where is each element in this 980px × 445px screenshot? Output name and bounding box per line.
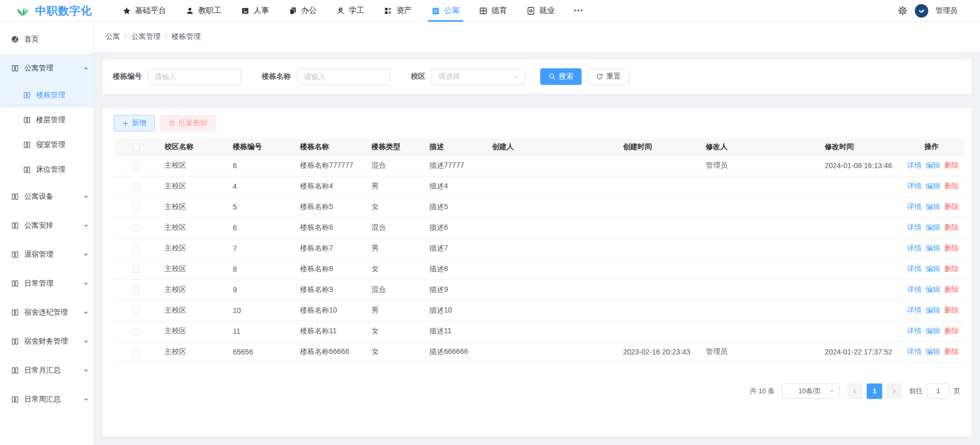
- row-checkbox[interactable]: [132, 225, 140, 232]
- delete-link[interactable]: 删除: [944, 161, 959, 169]
- delete-link[interactable]: 删除: [944, 327, 959, 335]
- settings-gear-icon[interactable]: [898, 6, 908, 16]
- cell-campus: 主校区: [158, 238, 227, 259]
- delete-link[interactable]: 删除: [944, 306, 959, 314]
- row-checkbox[interactable]: [132, 307, 140, 315]
- add-button[interactable]: 新增: [114, 115, 155, 131]
- breadcrumb-item-apartment-management[interactable]: 公寓管理: [131, 32, 160, 41]
- table-row: 主校区5楼栋名称5女描述5详情编辑删除: [114, 197, 964, 217]
- row-checkbox[interactable]: [132, 162, 140, 170]
- menu-daily-monthly-summary[interactable]: 日常月汇总: [0, 356, 94, 385]
- detail-link[interactable]: 详情: [907, 161, 922, 169]
- page-size-select[interactable]: 10条/页: [782, 383, 840, 399]
- menu-bed-management[interactable]: 床位管理: [0, 157, 94, 182]
- delete-link[interactable]: 删除: [944, 202, 959, 211]
- breadcrumb-item-apartment[interactable]: 公寓: [106, 32, 120, 41]
- cell-modifier: [700, 238, 819, 259]
- edit-link[interactable]: 编辑: [926, 244, 940, 252]
- cell-actions: 详情编辑删除: [899, 155, 964, 176]
- cell-create-time: [617, 321, 700, 342]
- nav-base-platform-label: 基础平台: [135, 6, 166, 16]
- menu-dorm-management[interactable]: 寝室管理: [0, 132, 94, 157]
- edit-link[interactable]: 编辑: [926, 182, 940, 190]
- edit-link[interactable]: 编辑: [926, 264, 940, 273]
- detail-link[interactable]: 详情: [907, 202, 922, 211]
- page-number-current[interactable]: 1: [867, 383, 882, 399]
- menu-dorm-finance-management[interactable]: 宿舍财务管理: [0, 327, 94, 356]
- batch-delete-button[interactable]: 批量删除: [160, 115, 216, 131]
- menu-floor-management[interactable]: 楼层管理: [0, 108, 94, 132]
- nav-base-platform[interactable]: 基础平台: [113, 0, 176, 21]
- delete-link[interactable]: 删除: [944, 347, 959, 355]
- menu-apartment-equipment[interactable]: 公寓设备: [0, 182, 94, 211]
- buildings-table: 校区名称楼栋编号楼栋名称楼栋类型描述创建人创建时间修改人修改时间操作 主校区6楼…: [114, 139, 964, 363]
- cell-modifier: [700, 197, 819, 217]
- row-checkbox[interactable]: [132, 183, 140, 190]
- cell-create-time: [617, 259, 700, 279]
- detail-link[interactable]: 详情: [907, 223, 922, 231]
- campus-select[interactable]: 请选择: [432, 68, 525, 85]
- menu-building-management[interactable]: 楼栋管理: [0, 83, 94, 108]
- menu-home-label: 首页: [24, 35, 39, 44]
- row-checkbox[interactable]: [132, 287, 140, 294]
- nav-student-affairs[interactable]: 学工: [326, 0, 374, 21]
- edit-link[interactable]: 编辑: [926, 161, 940, 169]
- edit-link[interactable]: 编辑: [926, 202, 940, 211]
- select-all-checkbox[interactable]: [132, 144, 140, 151]
- nav-office[interactable]: 办公: [279, 0, 326, 21]
- cell-building-name: 楼栋名称777777: [294, 155, 365, 176]
- menu-daily-weekly-summary-label: 日常周汇总: [24, 395, 61, 404]
- prev-page-button[interactable]: [847, 383, 863, 399]
- menu-apartment-arrangement[interactable]: 公寓安排: [0, 211, 94, 240]
- detail-link[interactable]: 详情: [907, 327, 922, 335]
- delete-link[interactable]: 删除: [944, 264, 959, 273]
- delete-link[interactable]: 删除: [944, 285, 959, 293]
- cell-description: 描述9: [423, 279, 486, 300]
- nav-hr[interactable]: 人事: [231, 0, 279, 21]
- edit-link[interactable]: 编辑: [926, 223, 940, 231]
- nav-employment[interactable]: 就业: [517, 0, 565, 21]
- nav-more-button[interactable]: •••: [565, 0, 593, 21]
- reset-button[interactable]: 重置: [588, 68, 629, 85]
- detail-link[interactable]: 详情: [907, 347, 922, 355]
- row-checkbox[interactable]: [132, 349, 140, 356]
- table-row: 主校区8楼栋名称8女描述8详情编辑删除: [114, 259, 964, 279]
- building-no-input[interactable]: [148, 68, 241, 85]
- menu-checkout-management[interactable]: 退宿管理: [0, 240, 94, 269]
- edit-link[interactable]: 编辑: [926, 306, 940, 314]
- menu-apartment-management[interactable]: 公寓管理: [0, 54, 94, 83]
- goto-page-input[interactable]: [927, 383, 949, 399]
- edit-link[interactable]: 编辑: [926, 347, 940, 355]
- batch-delete-button-label: 批量删除: [179, 118, 207, 128]
- detail-link[interactable]: 详情: [907, 244, 922, 252]
- nav-moral-education[interactable]: 德育: [469, 0, 517, 21]
- detail-link[interactable]: 详情: [907, 264, 922, 273]
- edit-link[interactable]: 编辑: [926, 285, 940, 293]
- nav-assets[interactable]: 资产: [374, 0, 422, 21]
- row-checkbox[interactable]: [132, 245, 140, 253]
- delete-link[interactable]: 删除: [944, 182, 959, 190]
- menu-daily-weekly-summary[interactable]: 日常周汇总: [0, 385, 94, 414]
- edit-link[interactable]: 编辑: [926, 327, 940, 335]
- detail-link[interactable]: 详情: [907, 285, 922, 293]
- menu-daily-management[interactable]: 日常管理: [0, 269, 94, 298]
- building-name-input[interactable]: [297, 68, 390, 85]
- detail-link[interactable]: 详情: [907, 182, 922, 190]
- delete-link[interactable]: 删除: [944, 244, 959, 252]
- next-page-button[interactable]: [886, 383, 902, 399]
- menu-dorm-violation-management[interactable]: 宿舍违纪管理: [0, 298, 94, 327]
- nav-faculty[interactable]: 教职工: [176, 0, 231, 21]
- delete-link[interactable]: 删除: [944, 223, 959, 231]
- user-avatar[interactable]: [915, 4, 928, 18]
- detail-link[interactable]: 详情: [907, 306, 922, 314]
- row-checkbox[interactable]: [132, 204, 140, 211]
- ellipsis-icon: •••: [574, 7, 584, 14]
- staff-icon: [186, 7, 194, 15]
- menu-home[interactable]: 首页: [0, 25, 94, 54]
- row-checkbox[interactable]: [132, 266, 140, 273]
- dashboard-icon: [11, 35, 19, 43]
- row-checkbox[interactable]: [132, 328, 140, 335]
- search-button[interactable]: 搜索: [540, 68, 582, 85]
- user-name[interactable]: 管理员: [936, 6, 957, 16]
- nav-apartment[interactable]: 公寓: [422, 0, 469, 21]
